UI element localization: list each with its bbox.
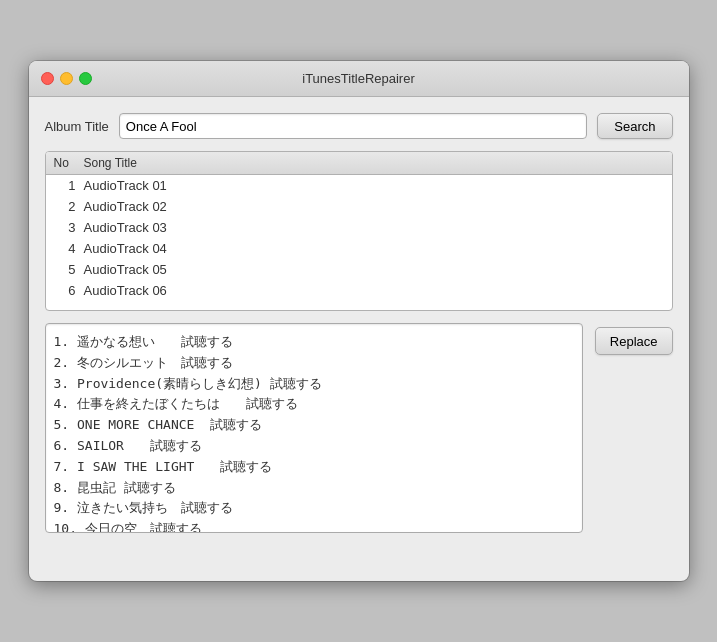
track-no: 6 [54, 283, 84, 298]
track-title: AudioTrack 04 [84, 241, 664, 256]
maximize-button[interactable] [79, 72, 92, 85]
track-title: AudioTrack 05 [84, 262, 664, 277]
lyrics-textarea[interactable] [45, 323, 583, 533]
bottom-space [45, 545, 673, 565]
track-list[interactable]: 1AudioTrack 012AudioTrack 023AudioTrack … [46, 175, 672, 307]
window-title: iTunesTitleRepairer [302, 71, 414, 86]
table-row[interactable]: 7AudioTrack 07 [46, 301, 672, 307]
titlebar: iTunesTitleRepairer [29, 61, 689, 97]
lyrics-area-wrapper: Replace [45, 323, 673, 533]
track-no: 1 [54, 178, 84, 193]
content-area: Album Title Search No Song Title 1AudioT… [29, 97, 689, 581]
col-no-header: No [54, 156, 84, 170]
col-title-header: Song Title [84, 156, 664, 170]
table-row[interactable]: 5AudioTrack 05 [46, 259, 672, 280]
track-title: AudioTrack 06 [84, 283, 664, 298]
album-title-input[interactable] [119, 113, 587, 139]
track-no: 2 [54, 199, 84, 214]
replace-button[interactable]: Replace [595, 327, 673, 355]
track-title: AudioTrack 01 [84, 178, 664, 193]
window-controls [41, 72, 92, 85]
table-row[interactable]: 2AudioTrack 02 [46, 196, 672, 217]
search-row: Album Title Search [45, 113, 673, 139]
track-table-header: No Song Title [46, 152, 672, 175]
table-row[interactable]: 6AudioTrack 06 [46, 280, 672, 301]
track-table: No Song Title 1AudioTrack 012AudioTrack … [45, 151, 673, 311]
track-title: AudioTrack 03 [84, 220, 664, 235]
album-title-label: Album Title [45, 119, 109, 134]
track-title: AudioTrack 07 [84, 304, 664, 307]
track-title: AudioTrack 02 [84, 199, 664, 214]
track-no: 5 [54, 262, 84, 277]
track-no: 7 [54, 304, 84, 307]
track-no: 4 [54, 241, 84, 256]
table-row[interactable]: 4AudioTrack 04 [46, 238, 672, 259]
minimize-button[interactable] [60, 72, 73, 85]
table-row[interactable]: 3AudioTrack 03 [46, 217, 672, 238]
close-button[interactable] [41, 72, 54, 85]
search-button[interactable]: Search [597, 113, 672, 139]
main-window: iTunesTitleRepairer Album Title Search N… [29, 61, 689, 581]
track-no: 3 [54, 220, 84, 235]
table-row[interactable]: 1AudioTrack 01 [46, 175, 672, 196]
